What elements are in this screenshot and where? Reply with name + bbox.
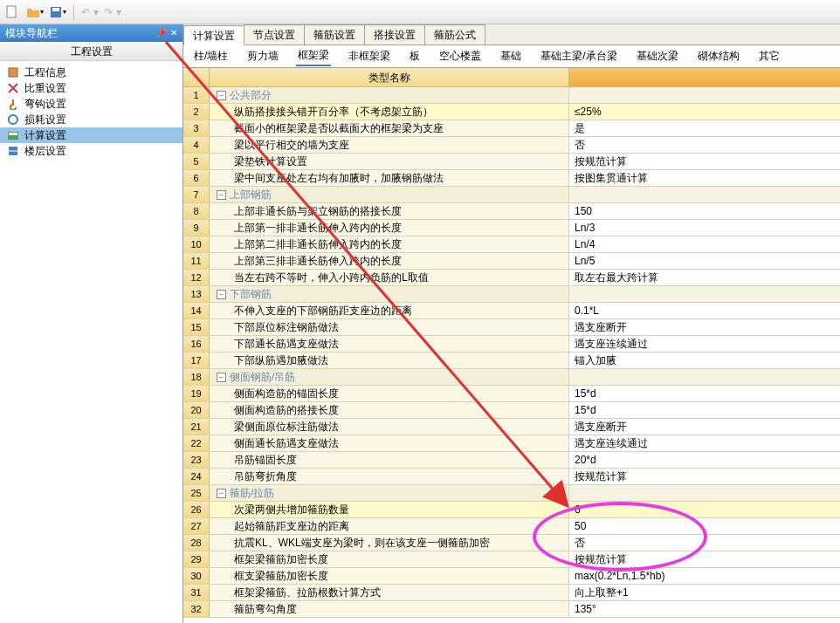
redo-icon[interactable]: ↷ ▾ bbox=[104, 3, 121, 21]
row-value[interactable] bbox=[569, 87, 840, 103]
grid-row[interactable]: 3截面小的框架梁是否以截面大的框架梁为支座是 bbox=[183, 120, 840, 137]
pin-icon[interactable]: 📌 bbox=[156, 24, 167, 42]
row-value[interactable] bbox=[569, 187, 840, 202]
row-value[interactable]: 6 bbox=[569, 502, 840, 517]
row-value[interactable]: 遇支座断开 bbox=[569, 319, 840, 335]
grid-row[interactable]: 16下部通长筋遇支座做法遇支座连续通过 bbox=[183, 336, 840, 353]
grid-row[interactable]: 29框架梁箍筋加密长度按规范计算 bbox=[183, 551, 840, 568]
grid-row[interactable]: 6梁中间支座处左右均有加腋时，加腋钢筋做法按图集贯通计算 bbox=[183, 170, 840, 187]
grid-section-row[interactable]: 18−侧面钢筋/吊筋 bbox=[183, 369, 840, 386]
row-value[interactable]: 取左右最大跨计算 bbox=[569, 270, 840, 285]
collapse-toggle-icon[interactable]: − bbox=[217, 373, 226, 382]
row-value[interactable]: 135° bbox=[569, 601, 840, 617]
tab-node-settings[interactable]: 节点设置 bbox=[244, 24, 305, 44]
subtab-slab[interactable]: 板 bbox=[408, 47, 422, 65]
nav-item-project-info[interactable]: 工程信息 bbox=[0, 65, 182, 80]
grid-row[interactable]: 22侧面通长筋遇支座做法遇支座连续通过 bbox=[183, 435, 840, 452]
row-value[interactable]: 15*d bbox=[569, 402, 840, 418]
subtab-foundation-main[interactable]: 基础主梁/承台梁 bbox=[539, 47, 618, 65]
row-value[interactable] bbox=[569, 286, 840, 302]
grid-row[interactable]: 10上部第二排非通长筋伸入跨内的长度Ln/4 bbox=[183, 236, 840, 253]
row-value[interactable]: 遇支座连续通过 bbox=[569, 336, 840, 352]
grid-row[interactable]: 24吊筋弯折角度按规范计算 bbox=[183, 469, 840, 485]
grid-row[interactable]: 30框支梁箍筋加密长度max(0.2*Ln,1.5*hb) bbox=[183, 568, 840, 585]
grid-row[interactable]: 8上部非通长筋与架立钢筋的搭接长度150 bbox=[183, 203, 840, 220]
row-value[interactable]: 遇支座断开 bbox=[569, 419, 840, 435]
grid-row[interactable]: 9上部第一排非通长筋伸入跨内的长度Ln/3 bbox=[183, 220, 840, 236]
row-value[interactable]: ≤25% bbox=[569, 104, 840, 120]
nav-item-weight[interactable]: 比重设置 bbox=[0, 80, 182, 96]
row-value[interactable]: 15*d bbox=[569, 386, 840, 401]
row-value[interactable] bbox=[569, 369, 840, 385]
row-value[interactable]: Ln/4 bbox=[569, 236, 840, 252]
row-value[interactable]: 20*d bbox=[569, 452, 840, 468]
open-folder-icon[interactable]: ▾ bbox=[26, 3, 44, 21]
row-value[interactable]: Ln/5 bbox=[569, 253, 840, 269]
new-file-icon[interactable] bbox=[3, 3, 21, 21]
row-value[interactable]: 按规范计算 bbox=[569, 469, 840, 484]
grid-row[interactable]: 2纵筋搭接接头错开百分率（不考虑架立筋）≤25% bbox=[183, 104, 840, 120]
grid-section-row[interactable]: 1−公共部分 bbox=[183, 87, 840, 104]
row-value[interactable]: 50 bbox=[569, 518, 840, 534]
subtab-nonframe-beam[interactable]: 非框架梁 bbox=[347, 47, 392, 65]
row-value[interactable]: 向上取整+1 bbox=[569, 585, 840, 600]
row-value[interactable]: 锚入加腋 bbox=[569, 353, 840, 368]
grid-row[interactable]: 27起始箍筋距支座边的距离50 bbox=[183, 518, 840, 535]
collapse-toggle-icon[interactable]: − bbox=[217, 91, 226, 100]
row-value[interactable]: 否 bbox=[569, 535, 840, 551]
tab-stirrup-settings[interactable]: 箍筋设置 bbox=[304, 24, 365, 44]
subtab-masonry[interactable]: 砌体结构 bbox=[696, 47, 741, 65]
subtab-other[interactable]: 其它 bbox=[757, 47, 781, 65]
row-value[interactable]: 按图集贯通计算 bbox=[569, 170, 840, 186]
nav-item-floor[interactable]: 楼层设置 bbox=[0, 143, 182, 159]
collapse-toggle-icon[interactable]: − bbox=[217, 190, 226, 200]
subtab-frame-beam[interactable]: 框架梁 bbox=[296, 46, 331, 66]
close-panel-icon[interactable]: ✕ bbox=[170, 24, 177, 42]
grid-section-row[interactable]: 13−下部钢筋 bbox=[183, 286, 840, 303]
grid-row[interactable]: 23吊筋锚固长度20*d bbox=[183, 452, 840, 469]
subtab-shearwall[interactable]: 剪力墙 bbox=[245, 47, 280, 65]
row-value[interactable] bbox=[569, 485, 840, 501]
row-value[interactable]: 按规范计算 bbox=[569, 551, 840, 567]
grid-row[interactable]: 20侧面构造筋的搭接长度15*d bbox=[183, 402, 840, 419]
subtab-column[interactable]: 柱/墙柱 bbox=[192, 47, 230, 65]
row-value[interactable]: 遇支座连续通过 bbox=[569, 435, 840, 451]
row-value[interactable]: 按规范计算 bbox=[569, 154, 840, 169]
grid-row[interactable]: 28抗震KL、WKL端支座为梁时，则在该支座一侧箍筋加密否 bbox=[183, 535, 840, 551]
row-value[interactable]: 否 bbox=[569, 137, 840, 153]
collapse-toggle-icon[interactable]: − bbox=[217, 489, 226, 498]
grid-row[interactable]: 11上部第三排非通长筋伸入跨内的长度Ln/5 bbox=[183, 253, 840, 270]
grid-row[interactable]: 14不伸入支座的下部钢筋距支座边的距离0.1*L bbox=[183, 303, 840, 319]
grid-row[interactable]: 17下部纵筋遇加腋做法锚入加腋 bbox=[183, 353, 840, 369]
collapse-toggle-icon[interactable]: − bbox=[217, 290, 226, 299]
grid-row[interactable]: 12当左右跨不等时，伸入小跨内负筋的L取值取左右最大跨计算 bbox=[183, 270, 840, 286]
nav-item-loss[interactable]: 损耗设置 bbox=[0, 112, 182, 127]
row-label: 框支梁箍筋加密长度 bbox=[210, 568, 569, 584]
grid-section-row[interactable]: 7−上部钢筋 bbox=[183, 187, 840, 203]
tab-lap-settings[interactable]: 搭接设置 bbox=[364, 24, 425, 44]
grid-row[interactable]: 19侧面构造筋的锚固长度15*d bbox=[183, 386, 840, 402]
row-value[interactable]: max(0.2*Ln,1.5*hb) bbox=[569, 568, 840, 584]
subtab-foundation[interactable]: 基础 bbox=[499, 47, 523, 65]
save-icon[interactable]: ▾ bbox=[49, 3, 66, 21]
row-value[interactable]: 150 bbox=[569, 203, 840, 219]
row-value[interactable]: 0.1*L bbox=[569, 303, 840, 318]
tab-calc-settings[interactable]: 计算设置 bbox=[183, 25, 244, 45]
nav-item-hook[interactable]: 弯钩设置 bbox=[0, 96, 182, 112]
subtab-hollow[interactable]: 空心楼盖 bbox=[437, 47, 483, 65]
undo-icon[interactable]: ↶ ▾ bbox=[81, 3, 99, 21]
row-label: 梁垫铁计算设置 bbox=[210, 154, 569, 169]
grid-row[interactable]: 15下部原位标注钢筋做法遇支座断开 bbox=[183, 319, 840, 336]
row-value[interactable]: Ln/3 bbox=[569, 220, 840, 236]
tab-stirrup-formula[interactable]: 箍筋公式 bbox=[424, 24, 485, 44]
grid-row[interactable]: 5梁垫铁计算设置按规范计算 bbox=[183, 154, 840, 170]
grid-row[interactable]: 4梁以平行相交的墙为支座否 bbox=[183, 137, 840, 154]
row-value[interactable]: 是 bbox=[569, 120, 840, 136]
subtab-foundation-sec[interactable]: 基础次梁 bbox=[635, 47, 680, 65]
grid-row[interactable]: 32箍筋弯勾角度135° bbox=[183, 601, 840, 618]
grid-row[interactable]: 26次梁两侧共增加箍筋数量6 bbox=[183, 502, 840, 518]
nav-item-calc-settings[interactable]: 计算设置 bbox=[0, 127, 182, 143]
grid-row[interactable]: 31框架梁箍筋、拉筋根数计算方式向上取整+1 bbox=[183, 585, 840, 601]
grid-row[interactable]: 21梁侧面原位标注筋做法遇支座断开 bbox=[183, 419, 840, 435]
grid-section-row[interactable]: 25−箍筋/拉筋 bbox=[183, 485, 840, 502]
